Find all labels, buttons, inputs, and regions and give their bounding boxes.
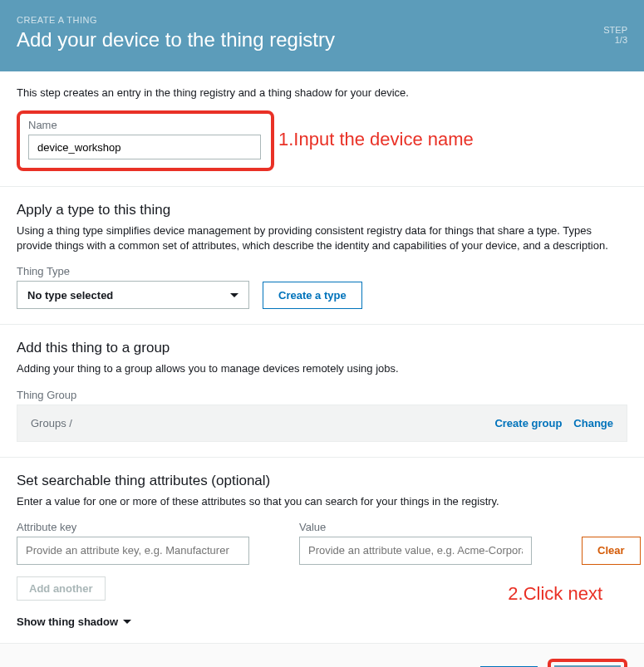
section-attributes: Set searchable thing attributes (optiona… [0, 458, 644, 643]
group-breadcrumb: Groups / [31, 417, 72, 429]
attr-value-label: Value [299, 521, 532, 533]
caret-down-icon [123, 620, 131, 624]
page-header: CREATE A THING Add your device to the th… [0, 0, 644, 71]
thing-type-selected: No type selected [27, 289, 113, 302]
add-another-button[interactable]: Add another [17, 576, 106, 601]
next-highlight-annotation: Next [548, 659, 627, 667]
thing-group-label: Thing Group [17, 389, 627, 401]
change-group-link[interactable]: Change [573, 417, 613, 429]
create-group-link[interactable]: Create group [494, 417, 562, 429]
caret-down-icon [230, 293, 238, 297]
attr-section-desc: Enter a value for one or more of these a… [17, 494, 627, 509]
intro-text: This step creates an entry in the thing … [17, 86, 627, 99]
section-thing-type: Apply a type to this thing Using a thing… [0, 187, 644, 325]
step-indicator: STEP 1/3 [603, 25, 627, 45]
breadcrumb: CREATE A THING [17, 15, 627, 25]
group-panel: Groups / Create group Change [17, 405, 627, 442]
section-thing-group: Add this thing to a group Adding your th… [0, 325, 644, 457]
name-label: Name [28, 119, 263, 131]
show-thing-shadow-toggle[interactable]: Show thing shadow [17, 616, 627, 628]
type-section-desc: Using a thing type simplifies device man… [17, 223, 627, 253]
group-section-desc: Adding your thing to a group allows you … [17, 361, 627, 376]
thing-type-label: Thing Type [17, 265, 627, 277]
attr-value-input[interactable] [299, 537, 532, 565]
name-highlight-annotation: Name [17, 110, 274, 171]
annotation-2: 2.Click next [508, 583, 602, 605]
footer: Cancel Back Next [0, 643, 644, 667]
create-type-button[interactable]: Create a type [263, 282, 362, 309]
step-value: 1/3 [603, 35, 627, 45]
clear-button[interactable]: Clear [582, 537, 641, 565]
attr-key-input[interactable] [17, 537, 249, 565]
step-label: STEP [603, 25, 627, 35]
page-title: Add your device to the thing registry [17, 28, 627, 51]
group-section-title: Add this thing to a group [17, 340, 627, 356]
attr-section-title: Set searchable thing attributes (optiona… [17, 473, 627, 489]
name-input[interactable] [28, 135, 261, 159]
type-section-title: Apply a type to this thing [17, 202, 627, 218]
thing-type-select[interactable]: No type selected [17, 281, 249, 309]
show-shadow-label: Show thing shadow [17, 616, 118, 628]
annotation-1: 1.Input the device name [278, 129, 474, 150]
attr-key-label: Attribute key [17, 521, 249, 533]
